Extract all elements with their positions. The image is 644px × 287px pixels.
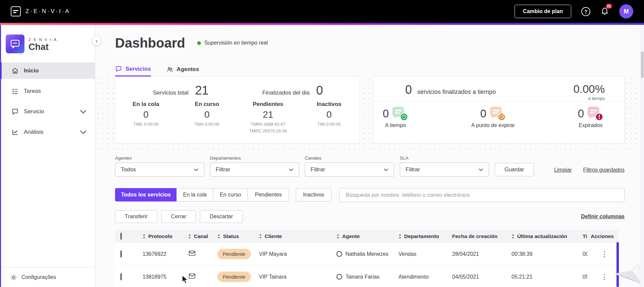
sla-finished-label: servicios finalizados a tiempo [417,89,496,96]
clear-filters-link[interactable]: Limpiar [554,167,572,173]
chevron-down-icon [79,128,87,136]
user-avatar[interactable]: M [619,4,633,18]
row-actions-menu[interactable]: ⋮ [591,250,608,258]
filter-label: Departamentos [210,156,299,161]
sort-icon [143,234,146,239]
sidebar-item-servicio[interactable]: Servicio [0,103,95,120]
cell-client: VIP Tainara [256,274,333,280]
search-input[interactable] [339,188,625,202]
sort-icon [188,234,191,239]
topbar: Z·E·N·V·I·A Cambio de plan ? 21 M [0,0,644,23]
column-header-fecha-creacion[interactable]: Fecha de creación [449,233,508,239]
product-logo[interactable]: Z·E·N·V·I·A Chat [0,25,95,53]
filter-tab-pendientes[interactable]: Pendientes [248,188,289,202]
departments-select[interactable]: Filtrar [210,163,299,177]
sidebar-item-configuracoes[interactable]: Configurações [0,267,95,287]
filter-label: SLA [400,156,489,161]
table-header-row: Protocolo Canal Status Cliente [115,230,618,243]
sidebar-menu: Inicio Tareas Servicio [0,62,95,140]
column-header-cliente[interactable]: Cliente [256,233,333,239]
chevron-down-icon [384,168,388,171]
close-button[interactable]: Cerrar [161,210,196,223]
select-all-checkbox[interactable] [120,233,122,240]
indicator-label: Expirados [578,122,603,128]
stat-value: 0 [115,109,176,120]
email-channel-icon [188,249,196,257]
filter-tab-en-curso[interactable]: En curso [213,188,248,202]
zenvia-logo[interactable]: Z·E·N·V·I·A [11,6,70,16]
filter-tab-inactivos[interactable]: Inactivos [296,188,331,202]
sort-icon [398,234,401,239]
sidebar-item-inicio[interactable]: Inicio [0,62,95,79]
live-status-dot [197,41,201,45]
services-summary-card: Servicios total 21 Finalizados del dia 0… [115,76,360,144]
stat-value: 0 [299,109,360,120]
sidebar-item-tareas[interactable]: Tareas [0,83,95,99]
sidebar-item-label: Tareas [24,88,41,95]
column-header-canal[interactable]: Canal [185,233,214,239]
stat-label: Pendientes [237,101,299,108]
collapse-icon: ‹ [96,38,98,44]
column-header-ultima-actualizacion[interactable]: Última actualización [508,233,579,239]
page-title: Dashboard [115,36,185,51]
indicator-value: 0 [578,107,584,120]
page-scrollbar-thumb[interactable] [641,51,644,78]
sort-icon [512,234,515,239]
services-table: Protocolo Canal Status Cliente [115,230,618,287]
row-checkbox[interactable] [120,250,122,257]
cell-updated: 05:21:21 [508,274,579,280]
filter-tab-en-la-cola[interactable]: En la cola [176,188,213,202]
column-header-agente[interactable]: Agente [333,233,395,239]
page-scrollbar[interactable] [640,25,644,287]
stat-sub: TME 0:00:00 [115,121,176,128]
tab-servicios[interactable]: Servicios [115,65,151,76]
sidebar-item-label: Servicio [24,108,44,115]
table-row[interactable]: 13818975 Pendiente VIP Tainara Tainara F… [115,266,618,287]
chart-icon [11,128,19,136]
column-header-departamento[interactable]: Departamento [395,233,449,239]
sort-icon [259,234,262,239]
filters-bar: Agentes Todos Departamentos Filtrar Cana… [115,156,625,177]
save-filters-button[interactable]: Guardar [495,163,534,176]
services-total-value: 21 [195,83,209,98]
tab-agentes[interactable]: Agentes [166,65,199,76]
filter-tab-todos-los-servicios[interactable]: Todos los servicios [115,188,177,202]
saved-filters-link[interactable]: Filtros guardados [583,167,625,173]
transfer-button[interactable]: Transferir [115,210,157,223]
cell-agent: Tainara Farias [345,274,379,280]
sidebar-item-label: Análisis [24,129,44,135]
chevron-down-icon [289,168,293,171]
left-edge-accent [0,25,1,287]
paper-plane-decoration [612,262,644,287]
row-actions-menu[interactable]: ⋮ [591,273,608,281]
cell-protocol: 13676922 [139,251,185,257]
column-header-status[interactable]: Status [214,233,256,239]
filter-label: Canales [305,156,394,161]
agents-select[interactable]: Todos [115,163,204,177]
main-content: Dashboard Supervisión en tiempo real Ser… [95,25,644,287]
finished-today-value: 0 [316,83,323,98]
column-header-protocolo[interactable]: Protocolo [139,233,185,239]
filter-sla: SLA Filtrar [400,156,489,177]
row-checkbox[interactable] [120,273,122,280]
select-value: Filtrar [216,166,230,173]
channels-select[interactable]: Filtrar [305,163,394,177]
help-icon[interactable]: ? [581,7,590,16]
column-header-tiempo: Ti [579,233,587,239]
live-status-text: Supervisión en tiempo real [204,40,268,46]
define-columns-link[interactable]: Definir columnas [581,214,625,220]
notifications-button[interactable]: 21 [600,6,609,16]
cell-time: 00 [579,251,587,257]
table-row[interactable]: 13676922 Pendiente VIP Mayara Nathalia M… [115,243,618,266]
stat-sub: TMA 0:00:00 [176,121,237,128]
sla-select[interactable]: Filtrar [400,163,489,177]
stat-en-la-cola: En la cola 0 TME 0:00:00 [115,101,176,134]
change-plan-button[interactable]: Cambio de plan [515,5,571,18]
sidebar-item-analisis[interactable]: Análisis [0,124,95,140]
discard-button[interactable]: Descartar [200,210,243,223]
stat-en-curso: En curso 0 TMA 0:00:00 [176,101,237,134]
sla-percent-label: a tiempo [573,96,605,101]
cell-created: 04/05/2021 [449,274,508,280]
collapse-sidebar-button[interactable]: ‹ [92,36,102,46]
cell-department: Atendimento [395,274,449,280]
